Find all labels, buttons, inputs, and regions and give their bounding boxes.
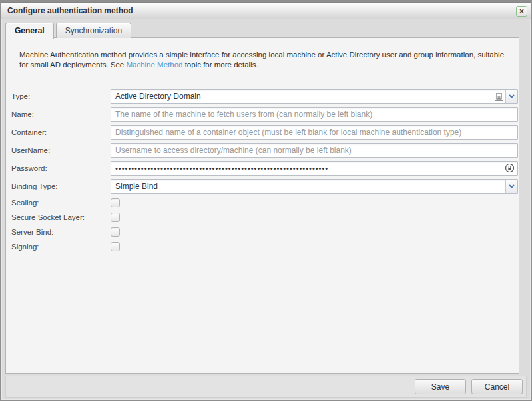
password-input[interactable] bbox=[111, 161, 518, 176]
tab-synchronization[interactable]: Synchronization bbox=[56, 23, 131, 38]
signing-row: Signing: bbox=[11, 242, 518, 251]
tab-general[interactable]: General bbox=[5, 23, 54, 39]
username-row: UserName: bbox=[11, 143, 518, 158]
signing-label: Signing: bbox=[11, 243, 111, 251]
save-button[interactable]: Save bbox=[415, 379, 466, 394]
dialog-footer: Save Cancel bbox=[5, 376, 527, 398]
close-icon: × bbox=[519, 7, 524, 15]
tab-general-label: General bbox=[15, 26, 45, 35]
name-row: Name: bbox=[11, 107, 518, 122]
server-bind-row: Server Bind: bbox=[11, 227, 518, 237]
signing-checkbox[interactable] bbox=[111, 242, 120, 251]
username-label: UserName: bbox=[11, 146, 111, 154]
machine-method-link[interactable]: Machine Method bbox=[126, 61, 182, 68]
type-select[interactable]: Active Directory Domain bbox=[111, 89, 518, 104]
type-selected-value: Active Directory Domain bbox=[111, 92, 495, 101]
name-input[interactable] bbox=[111, 107, 518, 122]
chevron-down-icon[interactable] bbox=[505, 90, 517, 103]
cancel-button[interactable]: Cancel bbox=[471, 379, 523, 394]
close-button[interactable]: × bbox=[516, 6, 527, 17]
secure-socket-layer-checkbox[interactable] bbox=[111, 213, 120, 222]
username-input[interactable] bbox=[111, 143, 518, 158]
container-label: Container: bbox=[11, 128, 111, 136]
binding-type-row: Binding Type: Simple Bind bbox=[11, 179, 518, 194]
description-after-link: topic for more details. bbox=[182, 61, 258, 68]
password-lock-icon[interactable] bbox=[505, 163, 515, 173]
binding-type-selected-value: Simple Bind bbox=[111, 182, 505, 191]
dialog-title: Configure authentication method bbox=[7, 6, 133, 15]
configure-auth-dialog: Configure authentication method × Genera… bbox=[1, 2, 531, 400]
tab-bar: General Synchronization bbox=[5, 23, 131, 38]
sealing-label: Sealing: bbox=[11, 199, 111, 207]
container-input[interactable] bbox=[111, 125, 518, 140]
binding-type-label: Binding Type: bbox=[11, 182, 111, 190]
sealing-row: Sealing: bbox=[11, 198, 518, 207]
general-tab-panel: Machine Authentication method provides a… bbox=[5, 37, 519, 374]
secure-socket-layer-label: Secure Socket Layer: bbox=[11, 213, 111, 221]
server-bind-label: Server Bind: bbox=[11, 228, 111, 236]
document-icon bbox=[495, 92, 503, 101]
secure-socket-layer-row: Secure Socket Layer: bbox=[11, 213, 518, 222]
type-row: Type: Active Directory Domain bbox=[11, 89, 518, 104]
description-before-link: Machine Authentication method provides a… bbox=[19, 51, 504, 68]
sealing-checkbox[interactable] bbox=[111, 198, 120, 207]
name-label: Name: bbox=[11, 110, 111, 118]
password-row: Password: bbox=[11, 161, 518, 176]
description-text: Machine Authentication method provides a… bbox=[19, 50, 509, 70]
server-bind-checkbox[interactable] bbox=[111, 227, 120, 237]
binding-type-select[interactable]: Simple Bind bbox=[111, 179, 518, 194]
password-label: Password: bbox=[11, 164, 111, 172]
chevron-down-icon[interactable] bbox=[505, 180, 517, 193]
type-label: Type: bbox=[11, 92, 111, 100]
tab-synchronization-label: Synchronization bbox=[65, 26, 122, 35]
container-row: Container: bbox=[11, 125, 518, 140]
auth-form: Type: Active Directory Domain Name: bbox=[6, 89, 519, 251]
dialog-titlebar: Configure authentication method bbox=[1, 3, 531, 19]
